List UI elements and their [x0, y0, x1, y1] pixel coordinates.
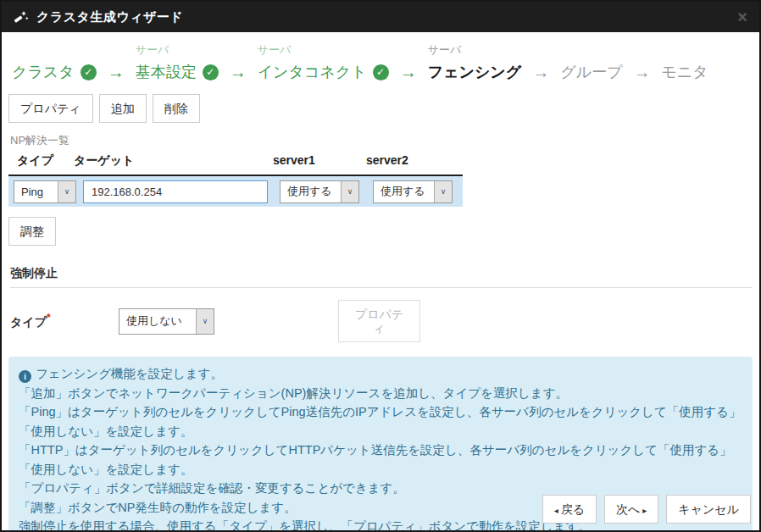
np-type-value: Ping	[14, 181, 58, 202]
info-line: 「Ping」はターゲット列のセルをクリックしてPing送信先のIPアドレスを設定…	[19, 402, 742, 441]
forced-stop-type-select[interactable]: 使用しない ∨	[119, 308, 214, 335]
cluster-wizard-dialog: クラスタ生成ウィザード × クラスタ ✓ → サーバ 基本設定 ✓ → サーバ …	[0, 0, 761, 532]
step-label: グループ	[560, 62, 622, 82]
check-circle-icon: ✓	[373, 64, 389, 80]
info-line: 「HTTP」はターゲット列のセルをクリックしてHTTPパケット送信先を設定し、各…	[19, 441, 742, 479]
forced-stop-type-label: タイプ*	[10, 312, 119, 330]
next-label: 次へ	[616, 502, 640, 516]
column-header-target: ターゲット	[74, 153, 273, 169]
np-server2-select[interactable]: 使用する ∨	[373, 180, 453, 203]
step-basic-settings[interactable]: サーバ 基本設定 ✓	[136, 42, 219, 82]
np-toolbar: プロパティ 追加 削除	[2, 84, 759, 123]
step-monitor[interactable]: モニタ	[661, 45, 708, 82]
tune-button[interactable]: 調整	[8, 217, 56, 246]
back-label: 戻る	[561, 502, 585, 516]
step-group[interactable]: グループ	[560, 45, 622, 82]
triangle-left-icon: ◂	[554, 506, 558, 515]
np-table-header: タイプ ターゲット server1 server2	[8, 153, 463, 175]
step-group-label	[12, 45, 97, 58]
step-label: 基本設定	[136, 62, 197, 82]
forced-stop-row: タイプ* 使用しない ∨ プロパティ	[10, 300, 759, 342]
add-button[interactable]: 追加	[99, 94, 147, 123]
step-group-label: サーバ	[258, 42, 389, 58]
step-label: インタコネクト	[258, 62, 367, 82]
step-group-label	[560, 45, 622, 58]
step-label: クラスタ	[12, 62, 75, 82]
remove-button[interactable]: 削除	[153, 94, 200, 123]
step-group-label: サーバ	[428, 42, 522, 58]
check-circle-icon: ✓	[203, 64, 219, 80]
arrow-right-icon: →	[400, 62, 417, 82]
np-table: タイプ ターゲット server1 server2 Ping ∨ 使用する ∨ …	[8, 153, 463, 207]
magic-wand-icon	[14, 9, 29, 25]
chevron-down-icon: ∨	[196, 309, 214, 334]
step-fencing[interactable]: サーバ フェンシング	[428, 42, 522, 82]
column-header-server1: server1	[273, 153, 366, 169]
np-server1-select[interactable]: 使用する ∨	[280, 180, 359, 203]
step-label: モニタ	[661, 62, 708, 82]
np-list-title: NP解決一覧	[10, 133, 759, 148]
info-icon: i	[19, 370, 31, 383]
np-type-select[interactable]: Ping ∨	[14, 180, 76, 203]
step-cluster[interactable]: クラスタ ✓	[12, 45, 97, 82]
chevron-down-icon: ∨	[58, 181, 75, 202]
column-header-server2: server2	[366, 153, 463, 169]
step-group-label	[661, 45, 708, 58]
np-server2-value: 使用する	[374, 181, 434, 202]
arrow-right-icon: →	[532, 62, 549, 82]
arrow-right-icon: →	[108, 62, 125, 82]
chevron-down-icon: ∨	[341, 181, 358, 202]
forced-stop-property-button[interactable]: プロパティ	[338, 300, 420, 342]
np-table-row[interactable]: Ping ∨ 使用する ∨ 使用する ∨	[8, 175, 463, 207]
close-icon[interactable]: ×	[737, 8, 747, 25]
back-button[interactable]: ◂戻る	[542, 495, 597, 524]
info-line: iフェンシング機能を設定します。	[19, 364, 742, 384]
step-label: フェンシング	[428, 62, 522, 82]
step-interconnect[interactable]: サーバ インタコネクト ✓	[258, 42, 389, 82]
triangle-right-icon: ▸	[642, 506, 647, 515]
info-line-text: フェンシング機能を設定します。	[36, 367, 223, 380]
footer-buttons: ◂戻る 次へ▸ キャンセル	[542, 495, 751, 524]
wizard-steps: クラスタ ✓ → サーバ 基本設定 ✓ → サーバ インタコネクト ✓ → サー…	[2, 32, 759, 84]
column-header-type: タイプ	[8, 153, 74, 169]
np-server1-value: 使用する	[281, 181, 341, 202]
next-button[interactable]: 次へ▸	[604, 495, 658, 524]
type-label-text: タイプ	[10, 315, 47, 329]
info-line: 「追加」ボタンでネットワークパーティション(NP)解決リソースを追加し、タイプを…	[19, 384, 742, 403]
forced-stop-type-value: 使用しない	[119, 309, 196, 334]
cancel-button[interactable]: キャンセル	[666, 495, 751, 524]
required-mark: *	[47, 312, 51, 324]
check-circle-icon: ✓	[81, 64, 97, 80]
forced-stop-title: 強制停止	[10, 266, 759, 281]
np-target-input[interactable]	[83, 180, 268, 203]
arrow-right-icon: →	[230, 62, 247, 82]
arrow-right-icon: →	[633, 62, 650, 82]
divider	[10, 287, 753, 288]
dialog-title: クラスタ生成ウィザード	[36, 9, 183, 25]
dialog-titlebar: クラスタ生成ウィザード ×	[2, 2, 759, 32]
step-group-label: サーバ	[136, 42, 219, 58]
property-button[interactable]: プロパティ	[8, 94, 93, 123]
chevron-down-icon: ∨	[434, 181, 452, 202]
